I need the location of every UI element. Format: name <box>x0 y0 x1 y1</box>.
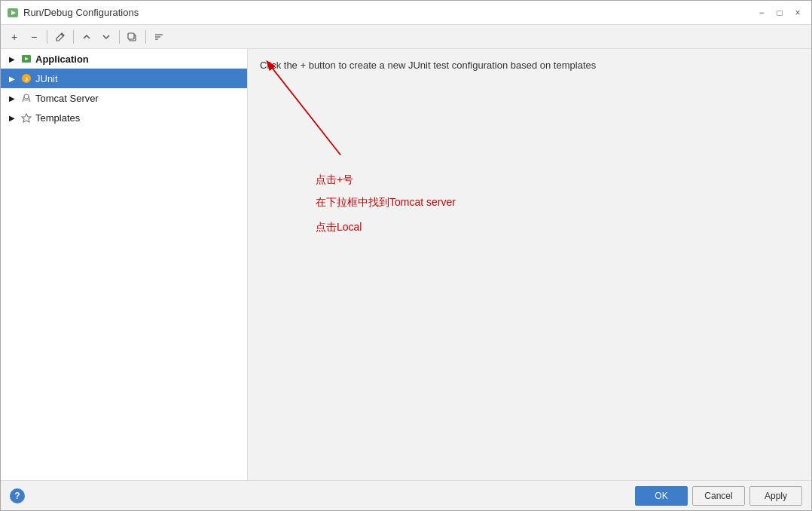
run-icon <box>7 7 19 19</box>
application-label: Application <box>35 54 247 65</box>
apply-button[interactable]: Apply <box>749 486 802 506</box>
title-bar-left: Run/Debug Configurations <box>7 7 139 19</box>
junit-label: JUnit <box>35 73 247 84</box>
chevron-right-icon-templates: ▶ <box>7 112 17 123</box>
toolbar: + − <box>1 25 811 49</box>
arrow-overlay <box>248 49 811 480</box>
hint-text: Click the + button to create a new JUnit… <box>260 60 799 71</box>
junit-icon: J <box>20 72 32 84</box>
run-debug-configurations-dialog: Run/Debug Configurations − □ × + − <box>0 0 812 511</box>
right-panel: Click the + button to create a new JUnit… <box>248 49 811 480</box>
ok-button[interactable]: OK <box>635 486 688 506</box>
tree-item-junit[interactable]: ▶ J JUnit <box>1 69 247 88</box>
move-up-button[interactable] <box>78 28 96 46</box>
chevron-right-icon-tomcat: ▶ <box>7 93 17 103</box>
annotation-2: 在下拉框中找到Tomcat server <box>316 196 456 210</box>
templates-icon <box>20 112 32 124</box>
maximize-button[interactable]: □ <box>772 5 787 20</box>
annotation-1: 点击+号 <box>316 173 353 187</box>
svg-point-12 <box>24 94 29 99</box>
separator-4 <box>145 30 146 44</box>
tree-item-application[interactable]: ▶ Application <box>1 49 247 69</box>
svg-rect-4 <box>128 33 134 39</box>
bottom-right: OK Cancel Apply <box>635 486 802 506</box>
tree-item-tomcat[interactable]: ▶ Tomcat Server <box>1 88 247 108</box>
tomcat-label: Tomcat Server <box>35 93 247 104</box>
help-button[interactable]: ? <box>10 488 25 503</box>
separator-3 <box>119 30 120 44</box>
dialog-title: Run/Debug Configurations <box>23 7 139 18</box>
bottom-left: ? <box>10 488 25 503</box>
close-button[interactable]: × <box>790 5 805 20</box>
separator-2 <box>73 30 74 44</box>
templates-label: Templates <box>35 112 247 124</box>
left-panel: ▶ Application ▶ J JUnit <box>1 49 248 480</box>
title-bar-controls: − □ × <box>754 5 805 20</box>
edit-button[interactable] <box>51 28 69 46</box>
cancel-button[interactable]: Cancel <box>692 486 745 506</box>
bottom-bar: ? OK Cancel Apply <box>1 480 811 510</box>
title-bar: Run/Debug Configurations − □ × <box>1 1 811 25</box>
copy-button[interactable] <box>124 28 142 46</box>
separator-1 <box>47 30 47 44</box>
tomcat-icon <box>20 92 32 104</box>
application-icon <box>20 53 32 65</box>
chevron-right-icon-junit: ▶ <box>7 73 17 84</box>
svg-line-14 <box>267 63 340 155</box>
minimize-button[interactable]: − <box>754 5 769 20</box>
annotation-3: 点击Local <box>316 221 362 234</box>
move-down-button[interactable] <box>97 28 115 46</box>
add-button[interactable]: + <box>5 28 23 46</box>
main-content: ▶ Application ▶ J JUnit <box>1 49 811 480</box>
svg-text:J: J <box>25 77 28 82</box>
remove-button[interactable]: − <box>25 28 43 46</box>
chevron-right-icon: ▶ <box>7 54 17 64</box>
tree-item-templates[interactable]: ▶ Templates <box>1 108 247 127</box>
sort-button[interactable] <box>150 28 168 46</box>
